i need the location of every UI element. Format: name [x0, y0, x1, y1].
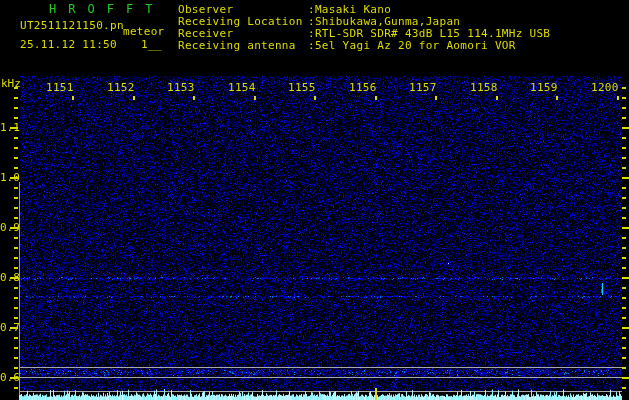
- info-label-antenna: Receiving antenna: [178, 40, 296, 52]
- time-label-1151: 1151: [46, 82, 74, 94]
- freq-label-0.7: 0.7: [0, 322, 19, 334]
- time-label-1157: 1157: [409, 82, 437, 94]
- output-filename: UT2511121150.pn: [20, 20, 124, 32]
- mode-label: meteor: [123, 26, 165, 38]
- time-label-1200: 1200: [591, 82, 619, 94]
- info-value-antenna: :5el Yagi Az 20 for Aomori VOR: [308, 40, 516, 52]
- time-label-1154: 1154: [228, 82, 256, 94]
- time-label-1159: 1159: [530, 82, 558, 94]
- freq-label-1.1: 1.1: [0, 122, 19, 134]
- time-label-1152: 1152: [107, 82, 135, 94]
- time-label-1158: 1158: [470, 82, 498, 94]
- spectrogram-canvas: [0, 0, 629, 400]
- time-label-1155: 1155: [288, 82, 316, 94]
- datetime-label: 25.11.12 11:50: [20, 39, 117, 51]
- freq-label-0.9: 0.9: [0, 222, 19, 234]
- freq-label-0.6: 0.6: [0, 372, 19, 384]
- app-title: H R O F F T: [49, 3, 155, 15]
- frequency-unit-label: kHz: [1, 78, 21, 90]
- freq-label-1.0: 1.0: [0, 172, 19, 184]
- freq-label-0.8: 0.8: [0, 272, 19, 284]
- echo-counter: 1__: [141, 39, 162, 51]
- time-label-1153: 1153: [167, 82, 195, 94]
- time-label-1156: 1156: [349, 82, 377, 94]
- hrofft-window: H R O F F T UT2511121150.pn meteor 25.11…: [0, 0, 629, 400]
